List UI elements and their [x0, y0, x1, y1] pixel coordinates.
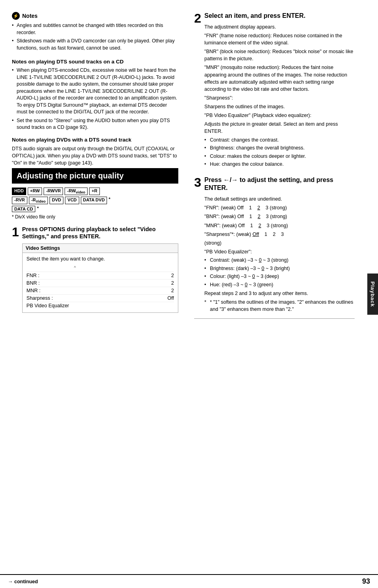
dialog-row-sharpness: Sharpness : Off	[27, 294, 174, 302]
badge-datacd: DATA CD	[12, 206, 35, 212]
badge-minuswvideo: -RWvideo	[65, 188, 88, 195]
step2-bullets: Contrast: changes the contrast. Brightne…	[204, 137, 355, 168]
step3-footnote: * * "1" softens the outlines of the imag…	[204, 299, 355, 313]
dialog-box: Video Settings Select the item you want …	[22, 243, 178, 313]
step3-sharpness-setting: "Sharpness"*: (weak) Off 1 2 3	[204, 231, 355, 238]
list-item: Hue: (red) –3 ~ 0 ~ 3 (green)	[204, 282, 355, 289]
step2-mnr-desc: "MNR" (mosquito noise reduction): Reduce…	[204, 64, 355, 93]
list-item: Colour: makes the colours deeper or ligh…	[204, 153, 355, 160]
list-item: Slideshows made with a DVD camcorder can…	[12, 38, 178, 52]
step1-title: Press OPTIONS during playback to select …	[22, 226, 178, 241]
bottom-bar: → continued 93	[0, 574, 378, 588]
list-item: Contrast: (weak) –3 ~ 0 ~ 3 (strong)	[204, 257, 355, 264]
step3-default-note: The default settings are underlined.	[204, 195, 355, 203]
left-column: ⚡ Notes Angles and subtitles cannot be c…	[0, 8, 186, 588]
dialog-value-pbeq	[150, 303, 174, 308]
dialog-value-fnr: 2	[150, 273, 174, 278]
step2-title: Select an item, and press ENTER.	[204, 12, 355, 20]
step3-content: Press ←/→ to adjust the setting, and pre…	[204, 176, 355, 315]
side-tab: Playback	[367, 273, 378, 314]
media-badges-row3: DATA CD *	[12, 206, 178, 212]
step2-number: 2	[194, 12, 201, 25]
step2-fnr-desc: "FNR" (frame noise reduction): Reduces n…	[204, 32, 355, 46]
dialog-value-sharpness: Off	[150, 295, 174, 301]
section2-heading: Notes on playing DVDs with a DTS sound t…	[12, 137, 178, 143]
step2-content: Select an item, and press ENTER. The adj…	[204, 12, 355, 170]
dialog-title: Video Settings	[23, 244, 178, 253]
step2-pbeq-desc: Adjusts the picture in greater detail. S…	[204, 121, 355, 135]
dialog-row-pbeq: PB Video Equalizer	[27, 302, 174, 309]
step1-content: Press OPTIONS during playback to select …	[22, 226, 178, 317]
list-item: Hue: changes the colour balance.	[204, 161, 355, 168]
list-item: Angles and subtitles cannot be changed w…	[12, 22, 178, 36]
badge-minuswvr: -RWVR	[44, 188, 63, 195]
step2-para1: The adjustment display appears.	[204, 23, 355, 31]
section-dts-dvd: Notes on playing DVDs with a DTS sound t…	[12, 137, 178, 167]
continued-label: → continued	[8, 579, 38, 584]
dialog-body: Select the item you want to change. ^ FN…	[23, 253, 178, 312]
step3-block: 3 Press ←/→ to adjust the setting, and p…	[194, 176, 355, 315]
section2-body: DTS audio signals are output only throug…	[12, 145, 178, 167]
step1-number: 1	[12, 226, 19, 238]
step2-block: 2 Select an item, and press ENTER. The a…	[194, 12, 355, 170]
dialog-row-fnr: FNR : 2	[27, 272, 174, 279]
step3-fnr-setting: "FNR": (weak) Off 1 2 3 (strong)	[204, 204, 355, 211]
step3-repeat: Repeat steps 2 and 3 to adjust any other…	[204, 290, 355, 297]
notes-heading: ⚡ Notes	[12, 12, 38, 20]
section1-list: When playing DTS-encoded CDs, excessive …	[12, 67, 178, 131]
dialog-label-sharpness: Sharpness :	[27, 295, 150, 301]
badge-plusrw: +RW	[28, 188, 42, 195]
dialog-subtitle: Select the item you want to change.	[27, 256, 174, 262]
divider	[194, 318, 355, 319]
list-item: Brightness: (dark) –3 ~ 0 ~ 3 (bright)	[204, 265, 355, 272]
section-dts-cd: Notes on playing DTS sound tracks on a C…	[12, 59, 178, 131]
dialog-label-pbeq: PB Video Equalizer	[27, 303, 150, 308]
dialog-caret: ^	[74, 266, 174, 270]
step3-number: 3	[194, 176, 201, 189]
media-badges-row2: -RVR -RVideo DVD VCD DATA DVD *	[12, 197, 178, 204]
section1-heading: Notes on playing DTS sound tracks on a C…	[12, 59, 178, 65]
step3-pbeq-bullets: Contrast: (weak) –3 ~ 0 ~ 3 (strong) Bri…	[204, 257, 355, 288]
list-item: Brightness: changes the overall brightne…	[204, 145, 355, 152]
underline-bnr: 2	[258, 214, 260, 219]
list-item: Set the sound to "Stereo" using the AUDI…	[12, 117, 178, 131]
dialog-label-bnr: BNR :	[27, 280, 150, 286]
highlight-box: Adjusting the picture quality	[12, 168, 178, 184]
underline-fnr: 2	[257, 205, 260, 211]
notes-icon: ⚡	[12, 12, 20, 20]
step3-pbeq-label: "PB Video Equalizer":	[204, 248, 355, 255]
underline-mnr: 2	[258, 223, 261, 228]
step3-mnr-setting: "MNR": (weak) Off 1 2 3 (strong)	[204, 222, 355, 229]
list-item: Colour: (light) –3 ~ 0 ~ 3 (deep)	[204, 273, 355, 280]
step3-title: Press ←/→ to adjust the setting, and pre…	[204, 176, 355, 193]
dialog-value-bnr: 2	[150, 280, 174, 286]
list-item: Contrast: changes the contrast.	[204, 137, 355, 144]
step2-sharpness-desc: Sharpens the outlines of the images.	[204, 103, 355, 110]
media-badges-row1: HDD +RW -RWVR -RWvideo +R	[12, 188, 178, 195]
media-badges-container: HDD +RW -RWVR -RWvideo +R -RVR -RVideo D…	[12, 188, 178, 212]
dialog-value-mnr: 2	[150, 288, 174, 293]
badge-minusrvideo: -RVideo	[29, 197, 48, 204]
step2-pbeq-label: "PB Video Equalizer" (Playback video equ…	[204, 112, 355, 119]
asterisk-note: * DivX video file only	[12, 214, 178, 220]
dialog-label-fnr: FNR :	[27, 273, 150, 278]
badge-plusr: +R	[89, 188, 99, 195]
arrow-right-icon: →	[8, 579, 13, 584]
right-column: 2 Select an item, and press ENTER. The a…	[186, 8, 361, 588]
underline-sharpness: Off	[252, 232, 259, 237]
badge-hdd: HDD	[12, 188, 26, 195]
list-item: When playing DTS-encoded CDs, excessive …	[12, 67, 178, 116]
badge-datadvd: DATA DVD	[81, 197, 107, 204]
badge-minusrvr: -RVR	[12, 197, 27, 204]
badge-vcd: VCD	[65, 197, 79, 204]
step1-block: 1 Press OPTIONS during playback to selec…	[12, 226, 178, 317]
step3-bnr-setting: "BNR": (weak) Off 1 2 3 (strong)	[204, 213, 355, 220]
dialog-label-mnr: MNR :	[27, 288, 150, 293]
notes-section: ⚡ Notes Angles and subtitles cannot be c…	[12, 12, 178, 52]
step3-pbeq-strong: (strong)	[204, 239, 355, 247]
badge-dvd: DVD	[50, 197, 63, 204]
page-number: 93	[362, 577, 370, 586]
step2-sharpness-label: "Sharpness":	[204, 94, 355, 102]
dialog-row-bnr: BNR : 2	[27, 279, 174, 287]
dialog-row-mnr: MNR : 2	[27, 287, 174, 294]
